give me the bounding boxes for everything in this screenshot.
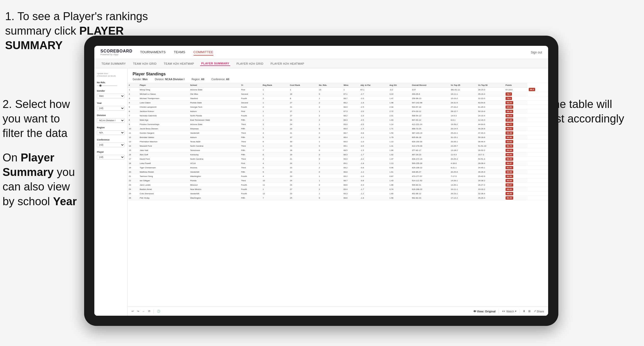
toolbar-share[interactable]: ↗ Share [534, 310, 544, 313]
region-select[interactable]: N/A All [97, 130, 125, 135]
cell-22-9: 1.68 [388, 183, 411, 187]
table-body: 1Wenyi DingArizona StateFirst1115167.1-3… [127, 88, 548, 200]
cell-3-13: 66.04 [504, 101, 527, 105]
cell-11-1: Brendan Valdes [138, 135, 189, 140]
cell-12-12: 38-46-4 [477, 140, 504, 144]
cell-22-5: 24 [289, 183, 318, 187]
player-select[interactable]: (All) [97, 155, 125, 159]
cell-21-3: Third [240, 178, 262, 183]
year-control: Year (All) First Second Third Fourth Fif… [97, 102, 125, 110]
cell-17-7: 69.1 [342, 161, 359, 165]
col-adj: Adj. to Par [359, 83, 388, 88]
cell-19-1: Matthew Riedel [138, 170, 189, 174]
cell-20-12: 25-42-9 [477, 174, 504, 178]
cell-11-9: 1.79 [388, 135, 411, 140]
cell-15-1: Alex Goff [138, 153, 189, 157]
logo-sub: Powered by clippi [100, 53, 133, 56]
nav-sign-out[interactable]: Sign out [531, 51, 542, 54]
cell-11-6: 0 [318, 135, 342, 140]
cell-17-13: 56.87 [504, 161, 527, 165]
cell-5-3: First [240, 109, 262, 114]
cell-20-11: 7-17-5 [449, 174, 477, 178]
cell-16-0: 17 [127, 157, 138, 161]
table-row: 24Bastien AmatNew MexicoFourth127269.4-1… [127, 187, 548, 191]
table-row: 13Phichaksn MaichonTexas A&MThird630169.… [127, 140, 548, 144]
toolbar-grid[interactable]: ⊞ [528, 310, 531, 313]
year-select[interactable]: (All) First Second Third Fourth Fifth [97, 106, 125, 110]
nav-committee[interactable]: COMMITTEE [194, 49, 213, 56]
cell-6-3: Fourth [240, 114, 262, 118]
cell-18-7: 69.2 [342, 165, 359, 170]
nav-teams[interactable]: TEAMS [174, 49, 185, 56]
cell-0-1: Wenyi Ding [138, 88, 189, 92]
cell-24-0: 25 [127, 191, 138, 196]
cell-22-7: 68.6 [342, 183, 359, 187]
table-row: 11Gordon SargentVanderbiltThird421068.7-… [127, 131, 548, 135]
subnav-player-summary[interactable]: PLAYER SUMMARY [200, 61, 230, 66]
cell-16-13: 50.35 [504, 157, 527, 161]
toolbar-refresh[interactable]: ⟳ [148, 310, 150, 313]
conference-select[interactable]: (All) [97, 143, 125, 147]
cell-25-0: 26 [127, 196, 138, 200]
cell-22-1: Jack Lundin [138, 183, 189, 187]
cell-2-12: 22-22-0 [477, 96, 504, 101]
toolbar-back[interactable]: ← [142, 310, 145, 313]
cell-6-12: 24-10-4 [477, 114, 504, 118]
cell-1-4: 1 [261, 92, 289, 96]
data-table-wrap: # Player School Yr Reg Rank Conf Rank No… [127, 83, 548, 307]
subnav-team-summary[interactable]: TEAM SUMMARY [100, 62, 127, 66]
gender-select[interactable]: Men Women [97, 94, 125, 98]
cell-24-1: Cole Sherwood [138, 191, 189, 196]
subnav-player-h2h-heatmap[interactable]: PLAYER H2H HEATMAP [269, 62, 305, 66]
table-header-row: # Player School Yr Reg Rank Conf Rank No… [127, 83, 548, 88]
cell-20-1: Taehoon Song [138, 174, 189, 178]
toolbar-undo[interactable]: ↩ [132, 310, 134, 313]
cell-14-9: 1.66 [388, 148, 411, 153]
cell-16-4: 4 [261, 157, 289, 161]
cell-9-7: 68.4 [342, 127, 359, 131]
toolbar-watch[interactable]: 👀 Watch ▾ [502, 310, 517, 313]
cell-20-4: 4 [261, 174, 289, 178]
subnav-player-h2h-grid[interactable]: PLAYER H2H GRID [235, 62, 264, 66]
toolbar-clock[interactable]: 🕐 [157, 310, 160, 313]
table-row: 10Jacob Bess-ObesenArkansasFifth123068.4… [127, 127, 548, 131]
no-rds-slider-track[interactable] [97, 85, 117, 86]
cell-11-2: Auburn [189, 135, 240, 140]
nav-tournaments[interactable]: TOURNAMENTS [140, 49, 166, 56]
conference-control: Conference (All) [97, 139, 125, 147]
cell-8-0: 9 [127, 122, 138, 127]
cell-17-0: 18 [127, 161, 138, 165]
division-select[interactable]: NCAA Division I [97, 118, 125, 123]
cell-17-3: First [240, 161, 262, 165]
cell-19-5: 22 [289, 170, 318, 174]
toolbar-view[interactable]: 👁 View: Original [473, 310, 496, 313]
col-no-rds: No. Rds. [318, 83, 342, 88]
cell-9-0: 10 [127, 127, 138, 131]
cell-7-6: 2 [318, 118, 342, 122]
division-label: Division [97, 114, 125, 117]
cell-19-11: 20-25-6 [449, 170, 477, 174]
cell-6-5: 27 [289, 114, 318, 118]
cell-18-4: 5 [261, 165, 289, 170]
cell-8-5: 24 [289, 122, 318, 127]
cell-21-12: 29-38-2 [477, 178, 504, 183]
nav-right: Sign out [531, 51, 542, 54]
cell-2-13: 73.1 [504, 96, 527, 101]
cell-9-12: 44-26-8 [477, 127, 504, 131]
cell-4-11: 27-10-2 [449, 105, 477, 109]
subnav-team-h2h-grid[interactable]: TEAM H2H GRID [132, 62, 158, 66]
toolbar-export[interactable]: ⬇ [523, 310, 525, 313]
cell-19-10: 448-85-27 [410, 170, 449, 174]
cell-6-13: 58.14 [504, 114, 527, 118]
cell-0-3: First [240, 88, 262, 92]
cell-0-14: 88.2 [527, 88, 548, 92]
cell-16-2: North Carolina [189, 157, 240, 161]
cell-11-0: 12 [127, 135, 138, 140]
cell-6-8: -2.3 [359, 114, 388, 118]
cell-12-8: -1.0 [359, 140, 388, 144]
cell-10-8: -0.8 [359, 131, 388, 135]
cell-5-7: 67.3 [342, 109, 359, 114]
toolbar-redo[interactable]: ↪ [137, 310, 139, 313]
subnav-team-h2h-heatmap[interactable]: TEAM H2H HEATMAP [163, 62, 195, 66]
cell-17-11: 4-18-0 [449, 161, 477, 165]
